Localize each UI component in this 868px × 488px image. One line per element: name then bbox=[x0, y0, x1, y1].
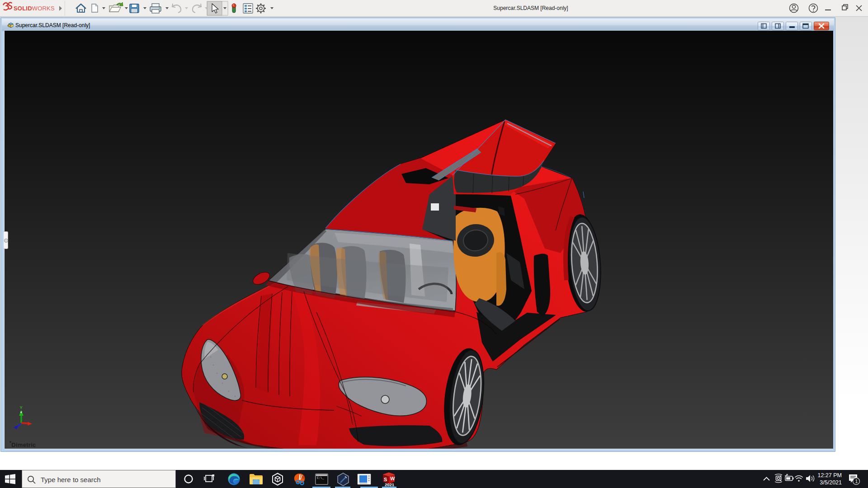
svg-text:W: W bbox=[390, 476, 395, 481]
svg-text:SOLIDWORKS: SOLIDWORKS bbox=[14, 5, 55, 12]
svg-text:1: 1 bbox=[855, 479, 858, 484]
svg-text:Y: Y bbox=[20, 405, 23, 410]
svg-text:C:\_: C:\_ bbox=[317, 477, 324, 480]
svg-text:S: S bbox=[384, 477, 387, 482]
